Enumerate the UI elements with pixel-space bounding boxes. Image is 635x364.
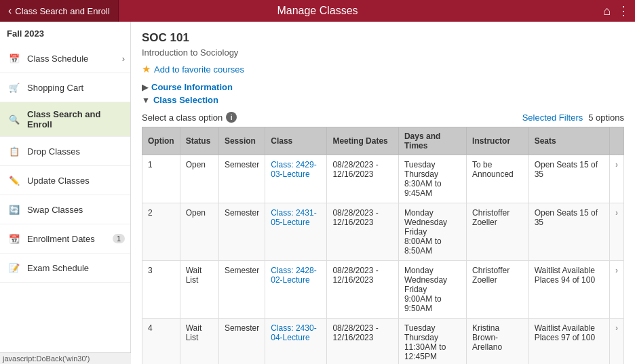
sidebar-item-enrollment-dates[interactable]: 📆Enrollment Dates1 <box>0 224 130 254</box>
status-cell-row3: Wait List <box>180 319 218 365</box>
filter-area: Selected Filters 5 options <box>522 113 624 123</box>
row-arrow-row3: › <box>609 319 623 365</box>
class-selection-toggle[interactable]: ▼ Class Selection <box>142 95 624 105</box>
dates-cell-row1: 08/28/2023 - 12/16/2023 <box>327 203 399 261</box>
days-cell-row3: Tuesday Thursday 11:30AM to 12:45PM <box>398 319 466 365</box>
instructor-cell-row2: Christoffer Zoeller <box>467 261 529 319</box>
seats-cell-row3: Waitlist Available Places 97 of 100 <box>528 319 609 365</box>
col-header-2: Session <box>218 127 265 155</box>
back-button[interactable]: Class Search and Enroll <box>0 0 119 22</box>
info-icon[interactable]: i <box>226 112 237 123</box>
sidebar-item-shopping-cart[interactable]: 🛒Shopping Cart <box>0 73 130 102</box>
sidebar-item-drop-classes[interactable]: 📋Drop Classes <box>0 137 130 166</box>
status-cell-row0: Open <box>180 155 218 203</box>
class-link-0[interactable]: Class: 2429-03-Lecture <box>271 160 316 179</box>
semester-label: Fall 2023 <box>0 22 130 44</box>
days-cell-row1: Monday Wednesday Friday 8:00AM to 8:50AM <box>398 203 466 261</box>
option-cell-row3: 4 <box>142 319 180 365</box>
favorite-label: Add to favorite courses <box>154 64 244 75</box>
shopping-cart-icon: 🛒 <box>7 80 22 95</box>
app-header: Class Search and Enroll Manage Classes ⌂… <box>0 0 635 22</box>
col-header-7: Seats <box>528 127 609 155</box>
session-cell-row0: Semester <box>218 155 265 203</box>
main-layout: Fall 2023 📅Class Schedule›🛒Shopping Cart… <box>0 22 635 364</box>
col-header-4: Meeting Dates <box>327 127 399 155</box>
class-link-cell-row0[interactable]: Class: 2429-03-Lecture <box>265 155 327 203</box>
col-header-6: Instructor <box>467 127 529 155</box>
sidebar-item-class-search-enroll[interactable]: 🔍Class Search and Enroll <box>0 102 130 137</box>
col-header-0: Option <box>142 127 180 155</box>
header-title: Manage Classes <box>277 5 358 17</box>
main-content: SOC 101 Introduction to Sociology ★ Add … <box>131 22 635 364</box>
session-cell-row2: Semester <box>218 261 265 319</box>
row-arrow-row0: › <box>609 155 623 203</box>
table-header: OptionStatusSessionClassMeeting DatesDay… <box>142 127 624 155</box>
sidebar: Fall 2023 📅Class Schedule›🛒Shopping Cart… <box>0 22 131 364</box>
sidebar-item-label-drop-classes: Drop Classes <box>27 146 80 157</box>
session-cell-row1: Semester <box>218 203 265 261</box>
sidebar-item-swap-classes[interactable]: 🔄Swap Classes <box>0 195 130 224</box>
dates-cell-row0: 08/28/2023 - 12/16/2023 <box>327 155 399 203</box>
sidebar-item-exam-schedule[interactable]: 📝Exam Schedule <box>0 254 130 283</box>
col-header-8 <box>609 127 623 155</box>
class-selection-label: Class Selection <box>153 95 218 105</box>
header-icons: ⌂ ⋮ <box>603 3 630 18</box>
sidebar-item-label-class-schedule: Class Schedule <box>27 54 88 64</box>
table-row[interactable]: 3Wait ListSemesterClass: 2428-02-Lecture… <box>142 261 624 319</box>
status-cell-row2: Wait List <box>180 261 218 319</box>
seats-cell-row1: Open Seats 15 of 35 <box>528 203 609 261</box>
sidebar-item-label-swap-classes: Swap Classes <box>27 205 83 215</box>
class-link-cell-row2[interactable]: Class: 2428-02-Lecture <box>265 261 327 319</box>
class-selection-header: Select a class option i Selected Filters… <box>142 112 624 123</box>
class-link-1[interactable]: Class: 2431-05-Lecture <box>271 208 316 227</box>
instructor-cell-row3: Kristina Brown- Arellano <box>467 319 529 365</box>
instructor-cell-row0: To be Announced <box>467 155 529 203</box>
class-link-3[interactable]: Class: 2430-04-Lecture <box>271 323 316 342</box>
star-icon: ★ <box>142 63 151 75</box>
enrollment-dates-icon: 📆 <box>7 231 22 246</box>
selected-filters-link[interactable]: Selected Filters <box>522 113 583 123</box>
table-row[interactable]: 4Wait ListSemesterClass: 2430-04-Lecture… <box>142 319 624 365</box>
select-option-label: Select a class option <box>142 113 223 123</box>
row-arrow-row1: › <box>609 203 623 261</box>
badge-enrollment-dates: 1 <box>113 234 125 243</box>
days-cell-row0: Tuesday Thursday 8:30AM to 9:45AM <box>398 155 466 203</box>
class-schedule-icon: 📅 <box>7 51 22 66</box>
update-classes-icon: ✏️ <box>7 173 22 188</box>
sidebar-item-label-shopping-cart: Shopping Cart <box>27 83 83 93</box>
table-row[interactable]: 1OpenSemesterClass: 2429-03-Lecture08/28… <box>142 155 624 203</box>
option-cell-row0: 1 <box>142 155 180 203</box>
seats-cell-row2: Waitlist Available Places 94 of 100 <box>528 261 609 319</box>
sidebar-item-update-classes[interactable]: ✏️Update Classes <box>0 166 130 195</box>
row-arrow-row2: › <box>609 261 623 319</box>
favorite-link[interactable]: ★ Add to favorite courses <box>142 63 624 75</box>
class-link-cell-row1[interactable]: Class: 2431-05-Lecture <box>265 203 327 261</box>
class-table: OptionStatusSessionClassMeeting DatesDay… <box>142 127 624 364</box>
course-info-toggle[interactable]: ▶ Course Information <box>142 82 624 92</box>
options-count: 5 options <box>588 113 624 123</box>
exam-schedule-icon: 📝 <box>7 260 22 275</box>
more-options-icon[interactable]: ⋮ <box>617 3 630 18</box>
course-info-label: Course Information <box>151 82 233 92</box>
sidebar-item-label-class-search-enroll: Class Search and Enroll <box>27 109 123 129</box>
class-search-enroll-icon: 🔍 <box>7 112 22 127</box>
col-header-5: Days and Times <box>398 127 466 155</box>
class-link-2[interactable]: Class: 2428-02-Lecture <box>271 266 316 285</box>
option-cell-row1: 2 <box>142 203 180 261</box>
home-icon[interactable]: ⌂ <box>603 4 611 18</box>
drop-classes-icon: 📋 <box>7 144 22 159</box>
dates-cell-row3: 08/28/2023 - 12/16/2023 <box>327 319 399 365</box>
seats-cell-row0: Open Seats 15 of 35 <box>528 155 609 203</box>
col-header-3: Class <box>265 127 327 155</box>
course-info-arrow: ▶ <box>142 83 148 92</box>
status-cell-row1: Open <box>180 203 218 261</box>
swap-classes-icon: 🔄 <box>7 202 22 217</box>
class-link-cell-row3[interactable]: Class: 2430-04-Lecture <box>265 319 327 365</box>
dates-cell-row2: 08/28/2023 - 12/16/2023 <box>327 261 399 319</box>
sidebar-item-label-enrollment-dates: Enrollment Dates <box>27 234 95 244</box>
sidebar-item-label-exam-schedule: Exam Schedule <box>27 263 89 273</box>
table-row[interactable]: 2OpenSemesterClass: 2431-05-Lecture08/28… <box>142 203 624 261</box>
sidebar-item-class-schedule[interactable]: 📅Class Schedule› <box>0 44 130 73</box>
course-code: SOC 101 <box>142 31 624 45</box>
select-option-area: Select a class option i <box>142 112 237 123</box>
